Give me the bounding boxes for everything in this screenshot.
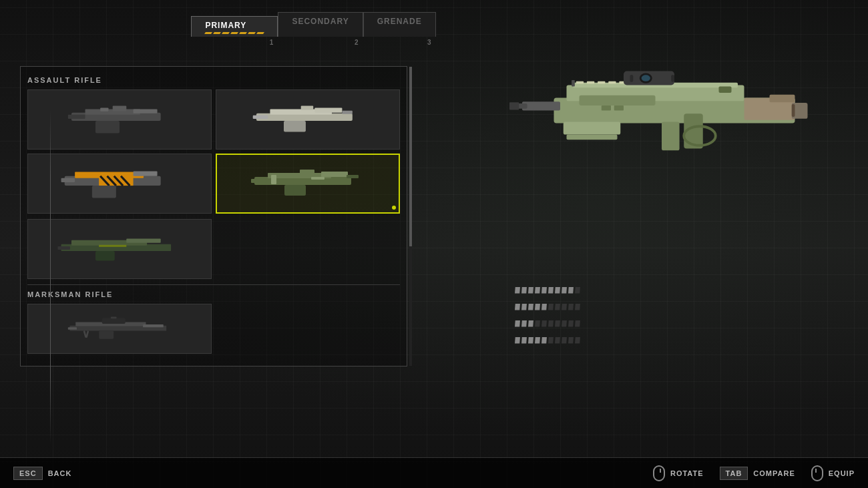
- svg-rect-41: [102, 318, 126, 324]
- svg-rect-64: [580, 95, 656, 105]
- marksman-rifle-grid: [27, 304, 400, 354]
- assault-rifle-grid-row3: [27, 219, 400, 279]
- svg-rect-68: [770, 95, 795, 102]
- assault-rifle-grid: [27, 89, 400, 214]
- esc-key[interactable]: Esc: [13, 467, 43, 480]
- category-separator: [27, 284, 400, 285]
- svg-rect-77: [719, 86, 732, 93]
- svg-rect-9: [284, 121, 306, 132]
- svg-rect-44: [68, 327, 77, 330]
- svg-rect-27: [251, 179, 266, 183]
- svg-rect-73: [564, 122, 621, 135]
- equip-bottom-label: EQUIP: [829, 469, 855, 477]
- svg-rect-63: [671, 75, 674, 81]
- back-action: Esc BACK: [13, 467, 71, 480]
- svg-rect-31: [271, 175, 276, 184]
- svg-rect-12: [301, 105, 314, 109]
- svg-rect-4: [134, 109, 158, 113]
- svg-point-61: [642, 75, 650, 81]
- svg-rect-53: [598, 81, 605, 84]
- svg-rect-79: [614, 105, 624, 111]
- mouse-left-icon: [811, 465, 823, 481]
- svg-rect-45: [143, 324, 164, 327]
- back-label: BACK: [48, 469, 72, 477]
- tabs-row: PRIMARY 1 SECONDARY 2 GRENADE 3: [191, 12, 466, 37]
- scroll-indicator[interactable]: [409, 67, 412, 366]
- svg-rect-52: [587, 81, 594, 84]
- svg-rect-23: [134, 171, 158, 176]
- weapon-card-6[interactable]: [27, 304, 212, 354]
- svg-rect-43: [99, 331, 114, 339]
- svg-rect-75: [662, 122, 680, 151]
- equip-action: EQUIP: [811, 465, 855, 481]
- svg-rect-2: [95, 121, 120, 134]
- svg-rect-3: [68, 115, 85, 119]
- bottom-actions-right: ROTATE Tab COMPARE EQUIP: [653, 465, 855, 481]
- svg-rect-6: [100, 108, 108, 111]
- svg-rect-42: [111, 317, 117, 319]
- bottom-bar: Esc BACK ROTATE Tab COMPARE EQUIP: [0, 457, 868, 488]
- svg-rect-47: [85, 330, 89, 338]
- svg-rect-51: [576, 81, 584, 84]
- tab-primary[interactable]: PRIMARY 1: [191, 16, 278, 37]
- compare-action: Tab COMPARE: [720, 467, 795, 480]
- weapon-list-border: ASSAULT RIFLE: [20, 66, 407, 367]
- svg-rect-11: [314, 108, 342, 113]
- svg-rect-54: [608, 81, 616, 84]
- weapon-card-4[interactable]: [216, 154, 400, 214]
- tab-grenade[interactable]: GRENADE 3: [363, 12, 436, 37]
- svg-rect-78: [602, 105, 611, 111]
- svg-rect-35: [95, 251, 115, 260]
- weapon-3d-preview: [501, 50, 848, 184]
- weapon-card-2[interactable]: [216, 89, 400, 150]
- svg-rect-62: [630, 75, 634, 81]
- svg-rect-70: [522, 101, 560, 110]
- svg-rect-38: [99, 245, 126, 247]
- svg-rect-32: [311, 177, 324, 180]
- svg-rect-29: [300, 170, 314, 175]
- divider: [50, 110, 51, 444]
- compare-label: COMPARE: [753, 469, 795, 477]
- selected-indicator: [392, 206, 396, 210]
- marksman-rifle-label: MARKSMAN RIFLE: [27, 290, 400, 298]
- weapon-card-1[interactable]: [27, 89, 212, 150]
- svg-rect-21: [92, 186, 116, 198]
- weapon-large-render: [501, 53, 848, 180]
- svg-rect-22: [61, 178, 75, 182]
- svg-rect-10: [253, 115, 268, 119]
- tab-secondary[interactable]: SECONDARY 2: [278, 12, 363, 37]
- svg-rect-26: [284, 185, 306, 196]
- svg-rect-80: [792, 104, 795, 117]
- assault-rifle-label: ASSAULT RIFLE: [27, 76, 400, 84]
- rotate-action: ROTATE: [653, 465, 704, 481]
- scroll-thumb: [409, 67, 412, 246]
- weapon-card-5[interactable]: [27, 219, 212, 279]
- tab-key[interactable]: Tab: [720, 467, 748, 480]
- svg-rect-76: [572, 80, 575, 86]
- svg-rect-28: [321, 172, 348, 177]
- svg-rect-30: [347, 175, 359, 178]
- svg-rect-74: [567, 135, 618, 140]
- mouse-right-icon: [653, 465, 665, 481]
- svg-rect-13: [342, 111, 352, 114]
- svg-rect-37: [126, 239, 160, 243]
- weapon-preview-area: [448, 43, 848, 190]
- svg-rect-5: [113, 105, 127, 111]
- rotate-label: ROTATE: [670, 469, 704, 477]
- weapon-card-3[interactable]: [27, 154, 212, 214]
- svg-rect-72: [509, 102, 519, 109]
- svg-rect-36: [57, 246, 70, 250]
